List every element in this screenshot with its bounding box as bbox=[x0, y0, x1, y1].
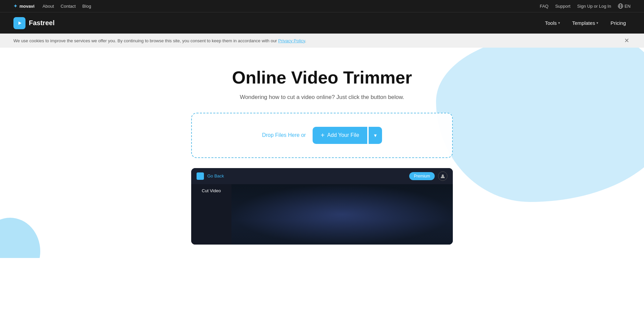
hero-section: Online Video Trimmer Wondering how to cu… bbox=[0, 48, 644, 258]
upload-dropzone[interactable]: Drop Files Here or + Add Your File ▾ bbox=[191, 113, 453, 158]
support-link[interactable]: Support bbox=[555, 4, 571, 9]
preview-content-row: Cut Video bbox=[191, 184, 453, 245]
preview-topbar: Go Back Premium bbox=[191, 168, 453, 184]
top-bar-nav: About Contact Blog bbox=[43, 4, 91, 9]
cookie-close-button[interactable]: ✕ bbox=[623, 37, 631, 44]
stars-overlay bbox=[231, 184, 453, 245]
video-preview bbox=[231, 184, 453, 245]
user-avatar-button[interactable] bbox=[438, 171, 447, 181]
about-link[interactable]: About bbox=[43, 4, 54, 9]
fastreel-icon bbox=[16, 19, 23, 27]
templates-chevron-icon: ▾ bbox=[596, 21, 598, 25]
user-icon bbox=[440, 174, 445, 178]
hero-content: Online Video Trimmer Wondering how to cu… bbox=[171, 68, 473, 245]
nav-tools[interactable]: Tools ▾ bbox=[540, 17, 565, 29]
blog-link[interactable]: Blog bbox=[83, 4, 91, 9]
add-file-group: + Add Your File ▾ bbox=[313, 127, 382, 144]
movavi-logo: ✦ movavi bbox=[13, 3, 35, 9]
bg-shape-left bbox=[0, 218, 40, 258]
nav-templates[interactable]: Templates ▾ bbox=[568, 17, 603, 29]
preview-topbar-right: Premium bbox=[409, 171, 447, 181]
top-bar-left: ✦ movavi About Contact Blog bbox=[13, 3, 91, 9]
top-bar-right: FAQ Support Sign Up or Log In EN bbox=[540, 3, 631, 9]
cookie-banner: We use cookies to improve the services w… bbox=[0, 34, 644, 48]
go-back-button[interactable]: Go Back bbox=[207, 173, 224, 178]
preview-topbar-left: Go Back bbox=[197, 172, 224, 180]
drop-text: Drop Files Here or bbox=[262, 132, 306, 138]
plus-icon: + bbox=[321, 132, 325, 139]
preview-video-area bbox=[231, 184, 453, 245]
tools-chevron-icon: ▾ bbox=[558, 21, 560, 25]
movavi-logo-icon: ✦ bbox=[13, 3, 17, 9]
main-nav-links: Tools ▾ Templates ▾ Pricing bbox=[540, 17, 631, 29]
hero-subtitle: Wondering how to cut a video online? Jus… bbox=[171, 94, 473, 101]
hero-title: Online Video Trimmer bbox=[171, 68, 473, 88]
faq-link[interactable]: FAQ bbox=[540, 4, 548, 9]
globe-icon bbox=[618, 3, 623, 9]
contact-link[interactable]: Contact bbox=[61, 4, 76, 9]
add-file-label: Add Your File bbox=[327, 132, 359, 138]
brand-logo[interactable]: Fastreel bbox=[13, 17, 55, 29]
add-file-dropdown-button[interactable]: ▾ bbox=[369, 127, 382, 144]
main-nav: Fastreel Tools ▾ Templates ▾ Pricing bbox=[0, 12, 644, 34]
auth-link[interactable]: Sign Up or Log In bbox=[577, 4, 611, 9]
top-bar: ✦ movavi About Contact Blog FAQ Support … bbox=[0, 0, 644, 12]
privacy-policy-link[interactable]: Privacy Policy bbox=[278, 38, 305, 43]
movavi-label: movavi bbox=[19, 4, 35, 9]
premium-button[interactable]: Premium bbox=[409, 172, 435, 180]
preview-app-icon bbox=[197, 172, 204, 180]
dropdown-chevron-icon: ▾ bbox=[374, 133, 377, 138]
preview-sidebar: Cut Video bbox=[191, 184, 231, 245]
cut-video-label: Cut Video bbox=[202, 188, 221, 193]
language-selector[interactable]: EN bbox=[618, 3, 631, 9]
nav-pricing[interactable]: Pricing bbox=[606, 17, 631, 29]
brand-icon bbox=[13, 17, 25, 29]
brand-name: Fastreel bbox=[29, 19, 55, 27]
cookie-text: We use cookies to improve the services w… bbox=[13, 38, 306, 43]
lang-label: EN bbox=[625, 4, 631, 9]
app-preview: Go Back Premium Cut Video bbox=[191, 168, 453, 245]
add-file-button[interactable]: + Add Your File bbox=[313, 127, 367, 144]
